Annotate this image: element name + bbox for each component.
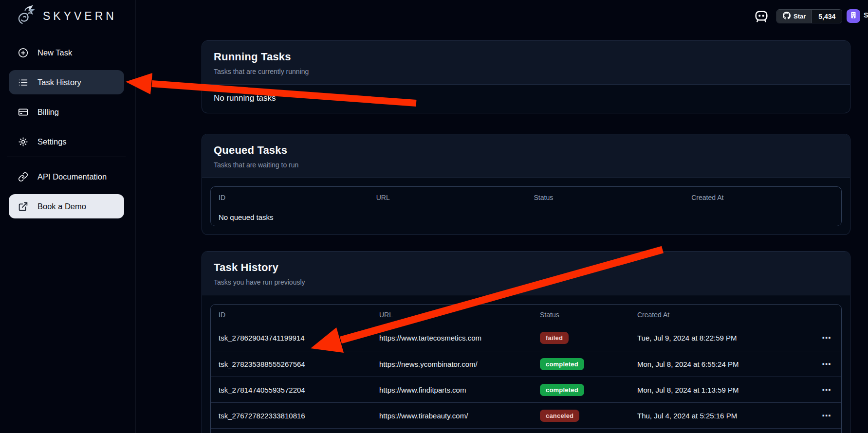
sidebar-item-label: API Documentation: [37, 172, 107, 181]
table-row[interactable]: tsk_278147405593572204 https://www.findi…: [211, 377, 841, 402]
sidebar-nav: New Task Task History Billing: [0, 40, 136, 154]
running-tasks-header: Running Tasks Tasks that are currently r…: [202, 41, 850, 85]
sidebar-item-label: Settings: [37, 137, 67, 146]
task-url: https://news.ycombinator.com/: [371, 360, 532, 368]
panel-title: Queued Tasks: [214, 144, 838, 157]
app-window: SKYVERN New Task Task History: [0, 0, 868, 433]
table-header-row: ID URL Status Created At: [211, 305, 841, 325]
sidebar-item-book-a-demo[interactable]: Book a Demo: [0, 194, 124, 218]
task-created-at: Mon, Jul 8, 2024 at 1:13:59 PM: [629, 386, 805, 394]
task-created-at: Mon, Jul 8, 2024 at 6:55:24 PM: [629, 360, 805, 368]
column-header-url: URL: [369, 194, 526, 201]
panel-description: Tasks that are waiting to run: [214, 161, 838, 169]
brand-logo: SKYVERN: [14, 4, 117, 28]
queued-tasks-empty-row: No queued tasks: [211, 208, 841, 226]
sidebar-item-task-history[interactable]: Task History: [0, 70, 124, 94]
table-row[interactable]: tsk_278235388555267564 https://news.ycom…: [211, 351, 841, 377]
table-row[interactable]: tsk_278629043741199914 https://www.tarte…: [211, 325, 841, 351]
row-actions-button[interactable]: ⋯: [818, 357, 836, 372]
task-id: tsk_278235388555267564: [211, 360, 371, 368]
column-header-status: Status: [532, 311, 629, 319]
dragon-logo-icon: [14, 4, 38, 28]
link-icon: [18, 172, 28, 182]
sidebar-item-settings[interactable]: Settings: [0, 129, 124, 154]
sidebar-item-label: Billing: [37, 108, 59, 117]
task-id: tsk_278147405593572204: [211, 386, 371, 394]
column-header-id: ID: [211, 311, 371, 319]
queued-tasks-table: ID URL Status Created At No queued tasks: [210, 186, 842, 226]
table-header-row: ID URL Status Created At: [211, 187, 841, 208]
task-url: https://www.tartecosmetics.com: [371, 334, 532, 342]
row-actions-button[interactable]: ⋯: [818, 382, 836, 397]
sidebar-item-label: Book a Demo: [37, 202, 86, 211]
sidebar-item-label: New Task: [37, 48, 72, 57]
empty-state-text: No queued tasks: [211, 213, 274, 221]
panel-title: Running Tasks: [214, 51, 838, 63]
queued-tasks-panel: Queued Tasks Tasks that are waiting to r…: [202, 134, 850, 235]
task-id: tsk_278629043741199914: [211, 334, 371, 342]
table-row[interactable]: tsk_274180139292204058 https://www.geico…: [211, 428, 841, 433]
running-tasks-empty-state: No running tasks: [202, 85, 850, 113]
sidebar-item-billing[interactable]: Billing: [0, 100, 124, 124]
external-link-icon: [18, 201, 28, 212]
task-history-table: ID URL Status Created At tsk_27862904374…: [210, 304, 842, 433]
row-actions-button[interactable]: ⋯: [818, 330, 836, 345]
column-header-url: URL: [371, 311, 532, 319]
list-icon: [18, 77, 28, 88]
sidebar: SKYVERN New Task Task History: [0, 0, 136, 433]
brand-name: SKYVERN: [43, 10, 117, 23]
plus-circle-icon: [18, 48, 28, 58]
task-created-at: Thu, Jul 4, 2024 at 5:25:16 PM: [629, 412, 805, 420]
panel-description: Tasks you have run previously: [214, 278, 838, 286]
status-badge: completed: [540, 384, 584, 396]
running-tasks-panel: Running Tasks Tasks that are currently r…: [202, 40, 850, 113]
status-badge: failed: [540, 332, 569, 344]
task-history-panel: Task History Tasks you have run previous…: [202, 251, 850, 433]
panel-description: Tasks that are currently running: [214, 68, 838, 75]
status-badge: completed: [540, 358, 584, 370]
sidebar-item-api-documentation[interactable]: API Documentation: [0, 164, 124, 189]
main-content: Running Tasks Tasks that are currently r…: [202, 0, 850, 433]
column-header-created-at: Created At: [683, 194, 841, 201]
queued-tasks-header: Queued Tasks Tasks that are waiting to r…: [202, 134, 850, 178]
credit-card-icon: [18, 107, 28, 117]
task-url: https://www.tirabeauty.com/: [371, 412, 532, 420]
sidebar-item-new-task[interactable]: New Task: [0, 40, 124, 65]
task-history-header: Task History Tasks you have run previous…: [202, 252, 850, 295]
task-id: tsk_276727822333810816: [211, 412, 371, 420]
task-created-at: Tue, Jul 9, 2024 at 8:22:59 PM: [629, 334, 805, 342]
panel-title: Task History: [214, 261, 838, 274]
table-row[interactable]: tsk_276727822333810816 https://www.tirab…: [211, 402, 841, 428]
sidebar-item-label: Task History: [37, 78, 81, 87]
sidebar-divider: [7, 157, 126, 157]
row-actions-button[interactable]: ⋯: [818, 408, 836, 423]
task-url: https://www.finditparts.com: [371, 386, 532, 394]
column-header-created-at: Created At: [629, 311, 805, 319]
user-name-cutoff: Sk: [864, 11, 868, 21]
column-header-id: ID: [211, 194, 369, 201]
column-header-status: Status: [526, 194, 684, 201]
status-badge: canceled: [540, 410, 579, 422]
gear-icon: [18, 137, 28, 147]
